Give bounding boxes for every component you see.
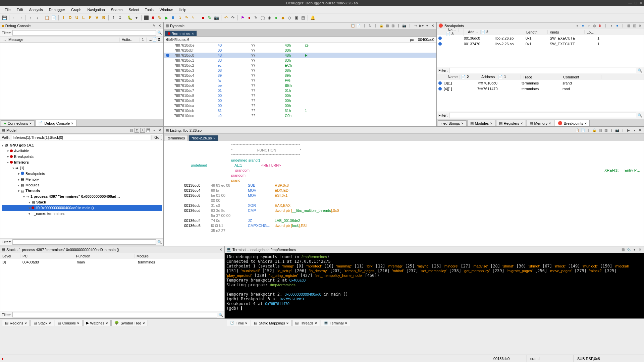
tab-strings[interactable]: ‹ ed Strings × [438, 120, 467, 126]
flag-icon[interactable]: ⚑ [239, 15, 246, 21]
step-icon[interactable]: ⇒ [413, 23, 418, 28]
back-icon[interactable]: ← [11, 15, 17, 21]
dropdown-icon[interactable]: ▾ [133, 15, 140, 21]
dynamic-row[interactable]: 7ffff7610dcb31??31h1 [164, 108, 436, 113]
close-panel-icon[interactable]: ✕ [430, 23, 435, 28]
model-tree[interactable]: ▾🖳GNU gdb 14.1▾Available▾Breakpoints▾Inf… [0, 141, 163, 238]
model-node[interactable]: ▾▤Threads [2, 188, 162, 194]
bp-en4-icon[interactable]: ◎ [592, 23, 597, 28]
bp8-icon[interactable]: ▣ [293, 15, 299, 21]
breakpoint-row[interactable]: 00136dc0libc-2.26.so0x1SW_EXECUTE1 [437, 35, 644, 41]
model-node[interactable]: ▾Breakpoints [2, 154, 162, 160]
bp-en3-icon[interactable]: ○ [586, 23, 591, 28]
t2-icon[interactable]: 📎 [626, 247, 631, 252]
model-node[interactable]: ▾▤Stack [2, 199, 162, 205]
up-icon[interactable]: ↑ [28, 15, 34, 21]
model-node[interactable]: ▾Available [2, 148, 162, 154]
tab-modules[interactable]: ▤ Modules × [467, 120, 495, 126]
close-panel-icon[interactable]: ✕ [638, 23, 642, 28]
model-node[interactable]: ▾Breakpoints [2, 171, 162, 177]
bp-enabled-icon[interactable] [438, 42, 442, 46]
kill2-icon[interactable]: ■ [200, 15, 206, 21]
terminal-output[interactable]: (No debugging symbols found in /tmp/term… [225, 253, 644, 318]
col-message[interactable]: Message [6, 38, 120, 42]
listing-row[interactable]: 00 00 [164, 198, 644, 203]
close-icon[interactable]: × [30, 121, 32, 125]
t1-icon[interactable]: ▤ [621, 247, 625, 252]
btab-threads[interactable]: ▤ Threads × [292, 320, 320, 326]
breakpoint-loc-row[interactable]: [3][1]7ffff7610dc0termminessrand [437, 80, 644, 86]
tab-termmines-dynamic[interactable]: *termmines× [165, 31, 197, 36]
listing-row[interactable]: 00136dc489 faMOVEDX,EDI [164, 188, 644, 193]
btab-time[interactable]: 🕑 Time × [227, 320, 250, 326]
model-node[interactable]: ▾#0 0x0000000000400ad0 in main () [2, 205, 162, 211]
bp-en2-icon[interactable]: ● [581, 23, 585, 28]
tab-debug-console[interactable]: 📄Debug Console× [35, 120, 76, 126]
btab-terminal[interactable]: 💻 Terminal × [321, 320, 350, 326]
bp5-icon[interactable]: ● [273, 15, 279, 21]
bp9-icon[interactable]: ▤ [300, 15, 306, 21]
filter-clear-icon[interactable]: 🔍 [157, 240, 162, 244]
bp-s1-icon[interactable]: ▤ [626, 23, 631, 28]
dynamic-row[interactable]: 7ffff7610dc900??00h [164, 98, 436, 103]
bp-enabled-icon[interactable] [438, 37, 442, 40]
h1-icon[interactable]: ▤ [598, 128, 602, 133]
dynamic-row[interactable]: 7ffff7610dbe40??40h@ [164, 43, 436, 48]
bp-g1-icon[interactable]: ● [609, 23, 614, 28]
model-node[interactable]: ▾ _name: termmines [2, 211, 162, 217]
nav-I-icon[interactable]: I [60, 15, 66, 21]
pencil-icon[interactable]: ✎ [152, 23, 156, 28]
camera-icon[interactable]: 📷 [615, 128, 620, 133]
model-path-input[interactable] [12, 135, 151, 140]
maximize-icon[interactable]: □ [635, 1, 637, 5]
step-into-icon[interactable]: ↴ [177, 15, 183, 21]
step-over-icon[interactable]: ↷ [183, 15, 190, 21]
nav-D-icon[interactable]: D [67, 15, 73, 21]
close-panel-icon[interactable]: ✕ [638, 247, 642, 252]
minimize-icon[interactable]: — [628, 1, 632, 5]
menu-navigation[interactable]: Navigation [85, 7, 108, 12]
btab-console[interactable]: ▤ Console × [55, 320, 83, 326]
bp1-icon[interactable]: ● [246, 15, 252, 21]
model-node[interactable]: ▾⇒[1] [2, 165, 162, 171]
bp-filter-2-input[interactable] [449, 113, 637, 118]
bp2-icon[interactable]: 🖱 [253, 15, 259, 21]
breakpoints-loc-table[interactable]: [3][1]7ffff7610dc0termminessrand[4][1]7f… [437, 80, 644, 112]
dynamic-row[interactable]: 7ffff7610dc183??83h [164, 58, 436, 63]
dd-icon[interactable]: ▾ [425, 23, 429, 28]
bug-icon[interactable]: 🐛 [127, 15, 133, 21]
dynamic-row[interactable]: 7ffff7610dc308??08h [164, 68, 436, 73]
close-panel-icon[interactable]: ✕ [218, 247, 223, 252]
m3-icon[interactable]: A [140, 128, 145, 133]
menu-tools[interactable]: Tools [142, 7, 156, 12]
bp-en1-icon[interactable]: ● [575, 23, 580, 28]
btab-static-map[interactable]: ▤ Static Mappings × [251, 320, 291, 326]
model-node[interactable]: ▾🖳GNU gdb 14.1 [2, 142, 162, 148]
h1-icon[interactable]: ▤ [385, 23, 389, 28]
dynamic-row[interactable]: 7ffff7610dc6be??BEh [164, 83, 436, 88]
model-node[interactable]: ▾▤Memory [2, 177, 162, 182]
copy-icon[interactable]: 📋 [44, 15, 50, 21]
filter-clear-icon[interactable]: 🔍 [638, 113, 642, 118]
btab-regions[interactable]: ▤ Regions × [2, 320, 30, 326]
copy-icon[interactable]: 📋 [351, 23, 355, 28]
dynamic-row[interactable]: 7ffff7610dc2ec??ECh [164, 63, 436, 68]
nav-dn2-icon[interactable]: ↧ [117, 15, 123, 21]
col-actions[interactable]: Actio… [120, 38, 140, 42]
close-icon[interactable]: ✕ [640, 1, 643, 5]
save-icon[interactable]: 💾 [1, 15, 7, 21]
dynamic-listing[interactable]: 7ffff7610dbe40??40h@7ffff7610dbf00??00h7… [164, 43, 436, 126]
listing-row[interactable]: 00136dcd83 3d 8cCMPdword ptr [__libc_mul… [164, 208, 644, 213]
pause-icon[interactable]: ⏸ [170, 15, 176, 21]
model-node[interactable]: ▾▤Modules [2, 182, 162, 188]
menu-search[interactable]: Search [108, 7, 125, 12]
listing-row[interactable]: 00136dc6be 01 00MOVESI,0x1 [164, 193, 644, 198]
h2-icon[interactable]: ▥ [390, 23, 395, 28]
model-node[interactable]: ▾⇒1 process 4397 "termmines" 0x000000000… [2, 194, 162, 199]
filter-clear-icon[interactable]: 🔍 [638, 68, 642, 73]
close-icon[interactable]: × [71, 121, 73, 125]
step-out-icon[interactable]: ↰ [190, 15, 196, 21]
m5-icon[interactable]: ▾ [152, 128, 156, 133]
tab-memory[interactable]: ▤ Memory × [527, 120, 554, 126]
model-filter-input[interactable] [12, 239, 156, 245]
